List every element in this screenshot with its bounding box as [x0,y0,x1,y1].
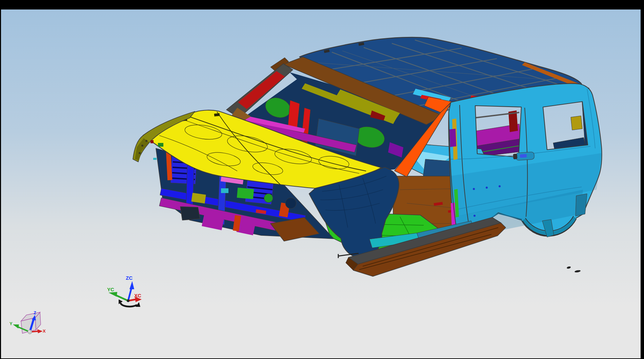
bumper-green-part [237,188,254,199]
csys-origin-sphere [28,330,32,334]
front-step-bracket [180,207,200,220]
b-pillar-purple-part [449,129,456,147]
cad-application-window: ZC YC XC Z Y X [0,0,644,359]
graphics-viewport[interactable]: ZC YC XC Z Y X [0,0,644,359]
fog-lamp-hole [285,198,296,209]
rail-hole [141,145,143,147]
rail-hole [145,140,147,142]
csys-z-label: Z [34,310,36,315]
plug-hole [499,185,501,187]
bumper-olive-part [191,193,206,203]
hood-slot [214,113,220,117]
plug-hole [474,215,476,217]
plug-hole [473,188,475,190]
rail-hole [139,152,141,154]
wcs-origin[interactable] [127,299,129,302]
plug-hole [486,187,488,189]
csys-origin-highlight [28,331,30,332]
rail-red-clip [150,140,154,143]
wcs-x-label: XC [134,293,141,298]
frame-top-bar [0,0,644,9]
rail-cyan-clip [153,158,157,160]
rail-green-clip [158,143,163,147]
frame-right-edge [641,0,644,359]
csys-x-label: X [43,329,46,334]
csys-y-label: Y [9,321,13,326]
bumper-green-part [264,194,273,203]
seat-belt-bracket [571,116,582,130]
wcs-z-label: ZC [126,275,133,281]
wcs-y-label: YC [107,287,114,292]
bumper-cyan-part [221,188,228,193]
frame-left-edge [0,0,1,359]
